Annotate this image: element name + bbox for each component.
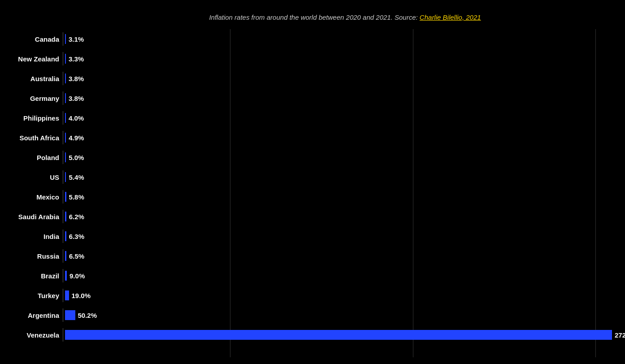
bar-and-value: 5.0% [63, 152, 625, 162]
country-label: Germany [0, 95, 63, 102]
bar-and-value: 6.5% [63, 251, 625, 261]
bar-value-label: 3.8% [69, 75, 84, 82]
bar [65, 54, 66, 64]
country-label: Brazil [0, 272, 63, 280]
bar [65, 212, 66, 221]
country-label: New Zealand [0, 55, 63, 63]
bar-value-label: 3.1% [69, 35, 84, 43]
bar-and-value: 9.0% [63, 271, 625, 281]
bar-and-value: 3.1% [63, 34, 625, 44]
table-row: South Africa4.9% [0, 128, 625, 147]
bar [65, 231, 66, 241]
table-row: Saudi Arabia6.2% [0, 207, 625, 226]
bar-value-label: 19.0% [72, 292, 91, 299]
bar [65, 271, 67, 281]
bar [65, 133, 66, 143]
bar-and-value: 3.8% [63, 74, 625, 83]
bar-and-value: 5.4% [63, 172, 625, 182]
bar-value-label: 6.5% [69, 252, 84, 260]
bar-value-label: 6.2% [69, 213, 84, 221]
table-row: Argentina50.2% [0, 305, 625, 325]
country-label: Venezuela [0, 331, 63, 339]
chart-area: Canada3.1%New Zealand3.3%Australia3.8%Ge… [0, 29, 625, 357]
bar-and-value: 6.2% [63, 212, 625, 221]
table-row: Canada3.1% [0, 29, 625, 49]
table-row: Mexico5.8% [0, 187, 625, 207]
country-label: South Africa [0, 134, 63, 142]
table-row: Poland5.0% [0, 147, 625, 167]
chart-container: Inflation rates from around the world be… [0, 0, 625, 364]
bar [65, 34, 66, 44]
bar-and-value: 6.3% [63, 231, 625, 241]
bar [65, 74, 66, 83]
bar-and-value: 3.3% [63, 54, 625, 64]
table-row: Philippines4.0% [0, 108, 625, 128]
bar [65, 152, 66, 162]
bar-value-label: 6.3% [69, 233, 84, 240]
bar-value-label: 50.2% [78, 312, 97, 319]
bar-value-label: 2720.0% [615, 331, 625, 339]
table-row: Brazil9.0% [0, 266, 625, 286]
table-row: US5.4% [0, 167, 625, 187]
table-row: India6.3% [0, 226, 625, 246]
bar [65, 113, 66, 123]
bar-value-label: 3.8% [69, 95, 84, 102]
country-label: Canada [0, 35, 63, 43]
bar-and-value: 19.0% [63, 290, 625, 300]
table-row: Venezuela2720.0% [0, 325, 625, 345]
source-link[interactable]: Charlie Bilellio, 2021 [420, 13, 481, 21]
bar-and-value: 3.8% [63, 93, 625, 103]
bar-value-label: 4.9% [69, 134, 84, 142]
bar [65, 290, 69, 300]
country-label: Philippines [0, 114, 63, 122]
bar [65, 172, 66, 182]
table-row: Russia6.5% [0, 246, 625, 266]
table-row: New Zealand3.3% [0, 49, 625, 69]
country-label: Poland [0, 154, 63, 161]
country-label: Australia [0, 75, 63, 82]
bar [65, 330, 612, 340]
bar-value-label: 4.0% [69, 114, 84, 122]
bar-value-label: 3.3% [69, 55, 84, 63]
bar-value-label: 5.0% [69, 154, 84, 161]
country-label: India [0, 233, 63, 240]
country-label: Turkey [0, 292, 63, 299]
bar [65, 310, 75, 320]
bar-and-value: 4.9% [63, 133, 625, 143]
bar [65, 192, 66, 202]
bar-and-value: 4.0% [63, 113, 625, 123]
table-row: Australia3.8% [0, 69, 625, 88]
bar-value-label: 9.0% [69, 272, 85, 280]
rows-wrapper: Canada3.1%New Zealand3.3%Australia3.8%Ge… [0, 29, 625, 345]
bar-value-label: 5.4% [69, 173, 84, 181]
table-row: Germany3.8% [0, 88, 625, 108]
chart-subtitle: Inflation rates from around the world be… [0, 13, 625, 21]
country-label: Russia [0, 252, 63, 260]
bar [65, 93, 66, 103]
bar-value-label: 5.8% [69, 193, 84, 201]
country-label: Argentina [0, 312, 63, 319]
country-label: US [0, 173, 63, 181]
bar-and-value: 50.2% [63, 310, 625, 320]
country-label: Mexico [0, 193, 63, 201]
bar-and-value: 5.8% [63, 192, 625, 202]
country-label: Saudi Arabia [0, 213, 63, 221]
table-row: Turkey19.0% [0, 286, 625, 305]
bar-and-value: 2720.0% [63, 330, 625, 340]
bar [65, 251, 66, 261]
